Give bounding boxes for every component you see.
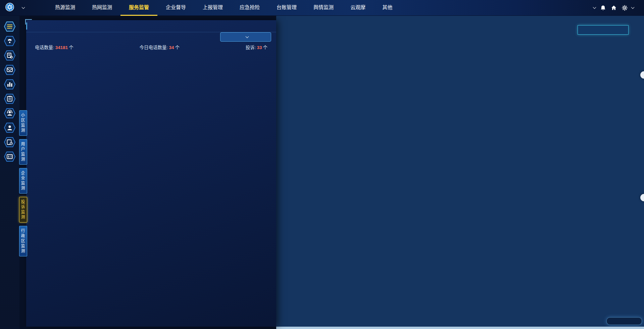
community-search-input[interactable] xyxy=(578,25,629,35)
complaint-rank-chart xyxy=(29,192,273,314)
sidebar-button-filter-menu[interactable] xyxy=(3,20,16,33)
map-bottom-scrollbar[interactable] xyxy=(276,327,644,329)
nav-item-2[interactable]: 热网监测 xyxy=(84,0,120,16)
nav-item-4[interactable]: 企业督导 xyxy=(157,0,194,16)
sidebar-button-clipboard[interactable] xyxy=(3,92,16,106)
nav-item-1[interactable]: 热源监测 xyxy=(47,0,84,16)
nav-item-6[interactable]: 应急抢险 xyxy=(231,0,268,16)
sidebar-button-report-settings[interactable] xyxy=(3,49,16,62)
home-button[interactable] xyxy=(611,5,618,10)
nav-right xyxy=(591,5,639,11)
side-tab-2[interactable]: 用户监测 xyxy=(19,139,27,165)
settings-menu[interactable] xyxy=(622,5,635,11)
side-tab-4[interactable]: 投诉监测 xyxy=(19,197,27,222)
title-chevron-down-icon[interactable] xyxy=(22,6,25,9)
settings-chevron-down-icon xyxy=(631,6,635,9)
stat-item: 电话数量:34181个 xyxy=(35,44,73,50)
sidebar-button-id-card[interactable] xyxy=(3,150,16,163)
admin-menu[interactable] xyxy=(591,6,596,9)
admin-chevron-down-icon xyxy=(593,6,596,9)
icon-sidebar xyxy=(0,16,19,329)
heat-map[interactable] xyxy=(276,16,644,329)
nav-menu: 热源监测热网监测服务监管企业督导上报管理应急抢险台账管理舆情监测云观摩其他 xyxy=(47,0,401,16)
bell-icon xyxy=(600,5,606,11)
app-logo-icon xyxy=(5,3,14,13)
sidebar-button-bar-chart[interactable] xyxy=(3,78,16,91)
top-nav: 热源监测热网监测服务监管企业督导上报管理应急抢险台账管理舆情监测云观摩其他 xyxy=(0,0,644,16)
map-canvas xyxy=(276,16,644,329)
sidebar-button-mail-docs[interactable] xyxy=(3,63,16,77)
stat-item: 投诉:33个 xyxy=(246,44,267,50)
gear-icon xyxy=(622,5,628,11)
monitor-tabs: 小区监测用户监测企业监测投诉监测行政区监测 xyxy=(19,110,27,256)
phone-trend-chart xyxy=(29,55,273,155)
side-tab-1[interactable]: 小区监测 xyxy=(19,110,27,136)
service-evaluation-panel: 电话数量:34181个今日电话数量:34个投诉:33个 xyxy=(26,20,276,327)
nav-item-10[interactable]: 其他 xyxy=(374,0,401,16)
alarm-button[interactable] xyxy=(600,5,607,11)
side-tab-3[interactable]: 企业监测 xyxy=(19,168,27,194)
sidebar-button-phone[interactable] xyxy=(3,34,16,48)
side-tab-5[interactable]: 行政区监测 xyxy=(19,226,27,256)
stat-item: 今日电话数量:34个 xyxy=(140,44,180,50)
season-chevron-down-icon xyxy=(246,35,249,38)
season-select[interactable] xyxy=(220,32,271,42)
phone-stats: 电话数量:34181个今日电话数量:34个投诉:33个 xyxy=(26,44,276,50)
nav-item-5[interactable]: 上报管理 xyxy=(194,0,231,16)
nav-item-9[interactable]: 云观摩 xyxy=(342,0,374,16)
panel-header xyxy=(26,20,276,32)
temperature-legend xyxy=(606,317,642,325)
home-icon xyxy=(611,5,616,10)
brand[interactable] xyxy=(5,3,25,13)
sidebar-button-user[interactable] xyxy=(3,121,16,134)
sidebar-button-schedule[interactable] xyxy=(3,135,16,149)
nav-item-8[interactable]: 舆情监测 xyxy=(305,0,342,16)
nav-item-3[interactable]: 服务监管 xyxy=(120,0,157,16)
sidebar-button-customer-service[interactable] xyxy=(3,107,16,120)
nav-item-7[interactable]: 台账管理 xyxy=(268,0,305,16)
